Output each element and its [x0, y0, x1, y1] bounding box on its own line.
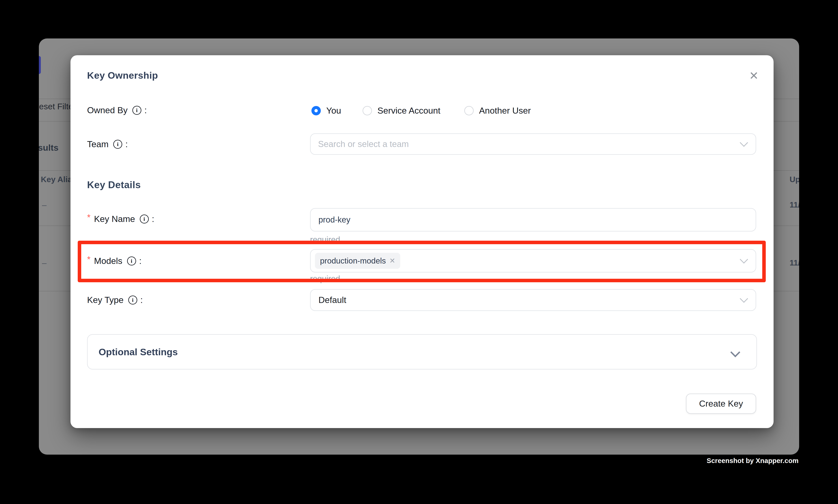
- hidden-primary-button-fragment: [39, 56, 41, 74]
- create-key-button[interactable]: Create Key: [686, 394, 756, 414]
- team-select[interactable]: Search or select a team: [310, 133, 756, 155]
- dimmed-page-backdrop: Reset Filters Results Key Alias Updated …: [39, 38, 799, 455]
- models-required-hint: required: [310, 274, 340, 284]
- key-name-input[interactable]: prod-key: [310, 208, 756, 232]
- models-label-text: Models: [94, 256, 122, 266]
- team-label: Team :: [87, 139, 128, 149]
- info-icon[interactable]: [140, 215, 149, 223]
- chevron-down-icon: [730, 347, 741, 357]
- xnapper-watermark: Screenshot by Xnapper.com: [707, 457, 799, 465]
- models-tag-label: production-models: [320, 256, 386, 266]
- label-colon: :: [140, 295, 143, 305]
- models-label: * Models :: [87, 256, 142, 266]
- required-asterisk: *: [87, 212, 91, 222]
- table-cell-updated: 11/20/2025: [789, 200, 799, 210]
- team-label-text: Team: [87, 139, 109, 149]
- required-asterisk: *: [87, 254, 91, 265]
- models-selected-tag: production-models ✕: [315, 253, 400, 269]
- key-details-heading: Key Details: [87, 179, 141, 191]
- tag-remove-icon[interactable]: ✕: [389, 257, 395, 265]
- modal-title: Key Ownership: [87, 70, 158, 81]
- label-colon: :: [144, 105, 147, 115]
- owned-by-label-text: Owned By: [87, 105, 128, 115]
- label-colon: :: [139, 256, 142, 266]
- label-colon: :: [152, 214, 155, 224]
- radio-another-user-label[interactable]: Another User: [479, 106, 531, 116]
- table-cell-alias: –: [42, 200, 47, 210]
- models-select[interactable]: production-models ✕: [310, 249, 756, 272]
- info-icon[interactable]: [132, 106, 141, 115]
- key-type-value: Default: [318, 295, 346, 305]
- key-name-label-text: Key Name: [94, 214, 135, 224]
- owned-by-radio-group: You Service Account Another User: [311, 106, 531, 116]
- key-type-label: Key Type :: [87, 295, 143, 305]
- key-name-required-hint: required: [310, 235, 340, 245]
- info-icon[interactable]: [113, 140, 122, 149]
- column-header-updated: Updated: [789, 175, 799, 184]
- screenshot-canvas: Reset Filters Results Key Alias Updated …: [0, 0, 838, 504]
- radio-you[interactable]: [311, 106, 321, 115]
- close-icon[interactable]: ✕: [745, 67, 763, 85]
- radio-service-account-label[interactable]: Service Account: [377, 106, 441, 116]
- optional-settings-title: Optional Settings: [99, 346, 178, 357]
- key-type-label-text: Key Type: [87, 295, 124, 305]
- results-count-label: Results: [39, 143, 58, 153]
- info-icon[interactable]: [128, 295, 137, 305]
- optional-settings-panel[interactable]: Optional Settings: [87, 334, 757, 370]
- key-name-label: * Key Name :: [87, 214, 154, 224]
- chevron-down-icon: [740, 139, 748, 147]
- chevron-down-icon: [740, 294, 748, 303]
- radio-service-account[interactable]: [362, 106, 372, 115]
- create-key-modal: Key Ownership ✕ Owned By : You Service A…: [70, 55, 773, 428]
- team-select-placeholder: Search or select a team: [318, 139, 409, 149]
- info-icon[interactable]: [127, 256, 136, 266]
- radio-another-user[interactable]: [464, 106, 474, 115]
- key-type-select[interactable]: Default: [310, 289, 756, 311]
- owned-by-label: Owned By :: [87, 105, 147, 115]
- label-colon: :: [125, 139, 128, 149]
- chevron-down-icon: [740, 255, 748, 264]
- radio-you-label[interactable]: You: [326, 106, 341, 116]
- table-cell-updated: 11/20/2025: [789, 258, 799, 267]
- key-name-value: prod-key: [318, 215, 350, 224]
- table-cell-alias: –: [42, 258, 47, 268]
